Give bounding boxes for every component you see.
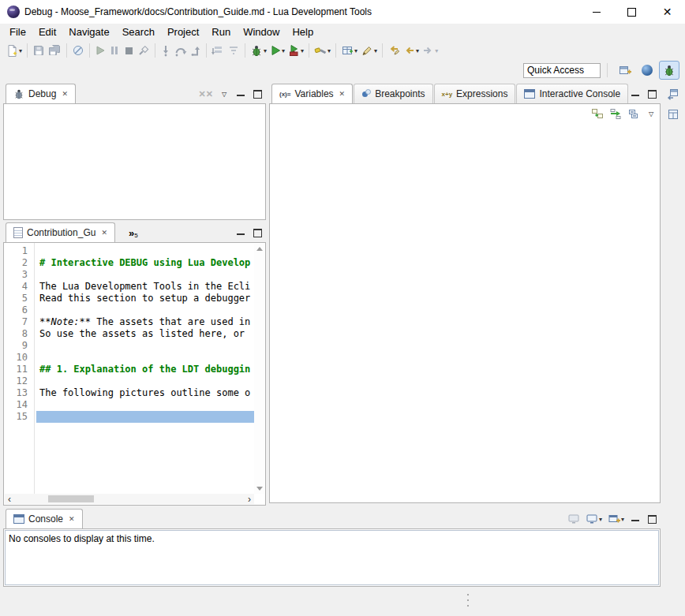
debug-perspective-button[interactable]: [659, 61, 679, 80]
external-tools-button[interactable]: ▾: [286, 42, 305, 59]
dropdown-arrow-icon[interactable]: ▾: [264, 47, 267, 54]
editor-text-area[interactable]: 12# Interactive DEBUG using Lua Develop3…: [4, 245, 254, 494]
maximize-view-button[interactable]: [646, 88, 657, 100]
menu-item[interactable]: Navigate: [62, 24, 115, 39]
minimize-button[interactable]: [578, 0, 614, 24]
tab-debug[interactable]: Debug ✕: [6, 84, 76, 103]
editor-horizontal-scrollbar[interactable]: ‹ ›: [5, 494, 254, 504]
step-over-button[interactable]: [173, 42, 189, 59]
editor-line[interactable]: 2# Interactive DEBUG using Lua Develop: [4, 257, 254, 269]
scroll-down-icon[interactable]: [256, 487, 263, 491]
editor-line[interactable]: 1: [4, 245, 254, 257]
tab-close-icon[interactable]: ✕: [69, 515, 75, 523]
maximize-view-button[interactable]: [252, 88, 263, 100]
dropdown-arrow-icon[interactable]: ▾: [19, 47, 22, 54]
dropdown-arrow-icon[interactable]: ▾: [282, 47, 285, 54]
menu-item[interactable]: Help: [286, 24, 320, 39]
tab-close-icon[interactable]: ✕: [101, 229, 107, 237]
editor-line[interactable]: 8So use the assets as listed here, or: [4, 328, 254, 340]
display-selected-console-button[interactable]: ▾: [586, 513, 602, 525]
tab-close-icon[interactable]: ✕: [339, 90, 346, 98]
terminate-button[interactable]: [122, 42, 136, 59]
editor-line[interactable]: 12: [4, 375, 254, 387]
skip-all-breakpoints-button[interactable]: [70, 42, 86, 59]
editor-line[interactable]: 4The Lua Development Tools in the Ecli: [4, 281, 254, 293]
editor-line[interactable]: 11## 1. Explanation of the LDT debuggin: [4, 364, 254, 375]
remove-all-terminated-button[interactable]: ✕✕: [199, 88, 213, 100]
forward-button[interactable]: ▾: [421, 42, 440, 59]
maximize-button[interactable]: [614, 0, 649, 24]
menu-item[interactable]: Project: [161, 24, 205, 39]
annotation-button[interactable]: ▾: [359, 42, 379, 59]
view-tab[interactable]: Breakpoints: [354, 84, 432, 103]
view-tab[interactable]: Interactive Console: [516, 84, 628, 103]
resume-button[interactable]: [93, 42, 107, 59]
dropdown-arrow-icon[interactable]: ▾: [435, 47, 438, 54]
debug-button[interactable]: ▾: [249, 42, 268, 59]
view-tab[interactable]: Variables ✕: [271, 84, 353, 103]
editor-line[interactable]: 14: [4, 399, 254, 411]
pin-console-button[interactable]: [567, 513, 580, 525]
scroll-up-icon[interactable]: [256, 247, 263, 251]
tab-contribution-guide[interactable]: Contribution_Gu ✕: [6, 222, 115, 242]
editor-line[interactable]: 3: [4, 269, 254, 281]
restore-view-button[interactable]: [665, 87, 681, 101]
editor-line[interactable]: 5Read this section to setup a debugger: [4, 293, 254, 304]
suspend-button[interactable]: [107, 42, 122, 59]
scroll-left-icon[interactable]: ‹: [5, 494, 14, 504]
step-into-button[interactable]: [159, 42, 173, 59]
editor-line[interactable]: 7**Note:** The assets that are used in: [4, 316, 254, 328]
scrollbar-thumb[interactable]: [48, 495, 94, 502]
dropdown-arrow-icon[interactable]: ▾: [374, 47, 377, 54]
save-all-button[interactable]: [47, 42, 63, 59]
lua-perspective-button[interactable]: [637, 61, 657, 80]
console-text-viewer[interactable]: No consoles to display at this time.: [5, 530, 659, 585]
minimize-view-button[interactable]: [235, 226, 246, 239]
view-menu-button[interactable]: ▽: [219, 88, 230, 100]
dropdown-arrow-icon[interactable]: ▾: [416, 47, 419, 54]
menu-item[interactable]: Run: [205, 24, 237, 39]
collapse-all-button[interactable]: [627, 107, 640, 120]
minimize-view-button[interactable]: [630, 513, 641, 525]
last-edit-location-button[interactable]: [386, 42, 402, 59]
back-button[interactable]: ▾: [402, 42, 421, 59]
show-logical-structure-button[interactable]: [591, 107, 604, 120]
step-return-button[interactable]: [189, 42, 203, 59]
editor-line[interactable]: 13The following pictures outline some o: [4, 387, 254, 399]
maximize-view-button[interactable]: [252, 226, 263, 239]
open-console-button[interactable]: ▾: [608, 513, 624, 525]
dropdown-arrow-icon[interactable]: ▾: [599, 516, 602, 523]
tab-close-icon[interactable]: ✕: [62, 90, 68, 98]
editor-line[interactable]: 6: [4, 304, 254, 316]
search-button[interactable]: ▾: [313, 42, 332, 59]
show-type-names-button[interactable]: [609, 107, 622, 120]
dropdown-arrow-icon[interactable]: ▾: [328, 47, 331, 54]
menu-item[interactable]: Window: [237, 24, 286, 39]
menu-item[interactable]: Edit: [32, 24, 62, 39]
tab-console[interactable]: Console ✕: [6, 509, 83, 528]
open-perspective-button[interactable]: [615, 61, 635, 80]
view-menu-button[interactable]: ▽: [646, 107, 657, 120]
scroll-right-icon[interactable]: ›: [245, 494, 254, 504]
save-button[interactable]: [31, 42, 47, 59]
disconnect-button[interactable]: [136, 42, 152, 59]
view-tab[interactable]: Expressions: [434, 84, 516, 103]
use-step-filters-button[interactable]: [226, 42, 241, 59]
dropdown-arrow-icon[interactable]: ▾: [301, 47, 304, 54]
menu-item[interactable]: Search: [116, 24, 161, 39]
minimize-view-button[interactable]: [630, 88, 641, 100]
editor-vertical-scrollbar[interactable]: [254, 244, 264, 494]
minimized-views-button[interactable]: [665, 107, 681, 121]
new-wizard-button[interactable]: ▾: [4, 42, 24, 59]
editor-line[interactable]: 9: [4, 340, 254, 352]
drop-to-frame-button[interactable]: [210, 42, 226, 59]
minimize-view-button[interactable]: [235, 88, 246, 100]
run-button[interactable]: ▾: [268, 42, 286, 59]
close-button[interactable]: ✕: [649, 0, 685, 24]
editor-line[interactable]: 15: [4, 411, 254, 423]
editor-overflow-chevron[interactable]: » 5: [129, 223, 138, 242]
maximize-view-button[interactable]: [646, 513, 657, 525]
editor-line[interactable]: 10: [4, 352, 254, 364]
quick-access-field[interactable]: Quick Access: [523, 63, 601, 78]
dropdown-arrow-icon[interactable]: ▾: [621, 516, 624, 523]
